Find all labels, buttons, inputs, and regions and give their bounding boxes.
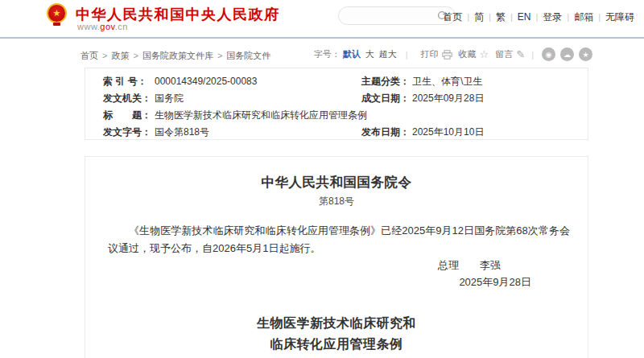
national-emblem-icon[interactable]: ★ (47, 3, 67, 23)
nav-accessibility[interactable]: 无障碍 (605, 11, 634, 23)
breadcrumb-policy-library[interactable]: 国务院政策文件库 (142, 51, 213, 60)
meta-doc-number-label: 发文字号： (103, 125, 151, 139)
meta-doc-number-value: 国令第818号 (155, 125, 209, 139)
meta-issuer-value: 国务院 (155, 91, 184, 105)
nav-login[interactable]: 登录 (543, 11, 562, 23)
toolbar-separator: | (531, 50, 534, 60)
decree-title: 中华人民共和国国务院令 (85, 174, 588, 191)
sign-date: 2025年9月28日 (85, 275, 588, 290)
nav-traditional[interactable]: 繁 (496, 11, 506, 23)
font-size-label: 字号： (314, 48, 341, 60)
font-size-xlarge-button[interactable]: 超大 (379, 48, 397, 60)
meta-publish-date-value: 2025年10月10日 (412, 125, 484, 139)
meta-title-label: 标 题： (103, 108, 151, 122)
nav-separator: | (598, 12, 601, 22)
printer-icon[interactable] (442, 50, 452, 60)
regulation-title-line1: 生物医学新技术临床研究和 (85, 313, 588, 334)
favorite-star-icon[interactable]: ☆ (480, 48, 489, 60)
nav-separator: | (489, 12, 491, 22)
site-url-gov: gov (100, 22, 114, 31)
meta-category-value: 卫生、体育\卫生 (412, 74, 482, 88)
breadcrumb-home[interactable]: 首页 (80, 51, 98, 60)
nav-separator: | (535, 12, 538, 22)
meta-publish-date-label: 发布日期： (361, 125, 410, 139)
meta-row: 索 引 号： 000014349/2025-00083 主题分类： 卫生、体育\… (85, 74, 588, 88)
document-meta-card: 索 引 号： 000014349/2025-00083 主题分类： 卫生、体育\… (85, 68, 588, 140)
meta-row: 标 题： 生物医学新技术临床研究和临床转化应用管理条例 (85, 108, 588, 122)
breadcrumb-separator: > (102, 51, 107, 60)
meta-category-label: 主题分类： (361, 74, 410, 88)
meta-title-value: 生物医学新技术临床研究和临床转化应用管理条例 (155, 108, 367, 122)
document-body-card: 中华人民共和国国务院令 第818号 《生物医学新技术临床研究和临床转化应用管理条… (85, 156, 588, 358)
decree-number: 第818号 (85, 195, 588, 208)
page: ★ 中华人民共和国中央人民政府 www.gov.cn 首页|简|繁|EN|登录|… (0, 0, 644, 358)
favorite-button[interactable]: 收藏 (459, 48, 477, 60)
regulation-title-line2: 临床转化应用管理条例 (85, 334, 588, 355)
nav-separator: | (567, 12, 569, 22)
breadcrumb-state-council-docs[interactable]: 国务院文件 (226, 51, 270, 60)
font-size-default-button[interactable]: 默认 (343, 48, 361, 60)
meta-written-date-label: 成文日期： (361, 91, 410, 105)
meta-written-date-value: 2025年09月28日 (412, 91, 484, 105)
site-url[interactable]: www.gov.cn (77, 22, 128, 31)
regulation-title: 生物医学新技术临床研究和 临床转化应用管理条例 (85, 313, 588, 355)
comment-pencil-icon[interactable]: ✎ (516, 48, 525, 60)
page-toolbar: 字号： 默认 大 超大 | 打印 收藏 ☆ 留言 ✎ | ◉ ☁ ★ (314, 47, 592, 61)
meta-issuer-label: 发文机关： (103, 91, 151, 105)
meta-row: 发文字号： 国令第818号 发布日期： 2025年10月10日 (85, 125, 588, 139)
decree-paragraph: 《生物医学新技术临床研究和临床转化应用管理条例》已经2025年9月12日国务院第… (108, 222, 570, 257)
header-divider (0, 37, 644, 39)
toolbar-separator: | (406, 50, 408, 60)
top-nav: 首页|简|繁|EN|登录|邮箱|无障碍 (443, 10, 634, 24)
search-box[interactable] (338, 6, 456, 25)
nav-separator: | (467, 12, 469, 22)
breadcrumb-separator: > (133, 51, 138, 60)
wechat-share-icon[interactable]: ☁ (560, 47, 574, 61)
site-url-cn: .cn (115, 22, 128, 31)
share-buttons: ◉ ☁ ★ (542, 47, 592, 61)
meta-row: 发文机关： 国务院 成文日期： 2025年09月28日 (85, 91, 588, 105)
breadcrumb-policy[interactable]: 政策 (111, 51, 129, 60)
comment-button[interactable]: 留言 (495, 48, 513, 60)
nav-separator: | (510, 12, 513, 22)
meta-index-label: 索 引 号： (103, 74, 147, 88)
signer-line: 总理 李强 (85, 258, 588, 273)
qzone-share-icon[interactable]: ★ (579, 47, 592, 61)
weibo-share-icon[interactable]: ◉ (542, 47, 555, 61)
breadcrumb-separator: > (217, 51, 222, 60)
search-input[interactable] (347, 8, 436, 23)
print-button[interactable]: 打印 (421, 48, 439, 60)
font-size-large-button[interactable]: 大 (365, 48, 374, 60)
nav-simplified[interactable]: 简 (474, 11, 484, 23)
site-url-www: www. (77, 22, 100, 31)
nav-home[interactable]: 首页 (443, 11, 462, 23)
meta-index-value: 000014349/2025-00083 (155, 74, 257, 88)
nav-mail[interactable]: 邮箱 (574, 11, 593, 23)
breadcrumb: 首页>政策>国务院政策文件库>国务院文件 (80, 50, 270, 62)
nav-english[interactable]: EN (518, 11, 531, 23)
